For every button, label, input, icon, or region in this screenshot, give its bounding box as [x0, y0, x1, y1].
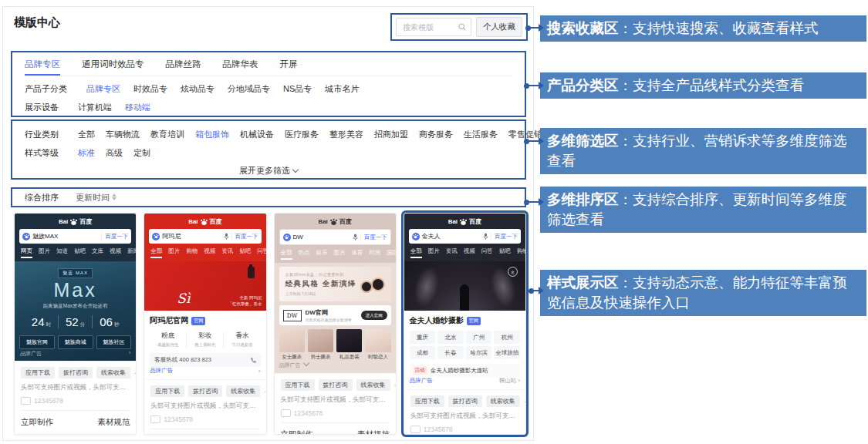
- product-line-tab[interactable]: 品牌专区: [25, 59, 60, 76]
- capability-tag[interactable]: 线索收集: [486, 395, 520, 407]
- material-spec-link[interactable]: 素材规范: [357, 429, 390, 435]
- capability-tag[interactable]: 线索收集: [356, 379, 390, 391]
- level-item[interactable]: 标准: [78, 147, 95, 159]
- site-title[interactable]: 金夫人婚纱摄影: [410, 315, 464, 326]
- microphone-icon[interactable]: [353, 234, 358, 240]
- product-thumb[interactable]: 时髦恋人: [365, 329, 390, 361]
- result-tab[interactable]: 体育: [352, 249, 363, 260]
- sub-category-item[interactable]: 分地域品专: [228, 83, 270, 95]
- sub-category-item[interactable]: 城市名片: [325, 83, 359, 95]
- meizu-link-button[interactable]: 魅族官网: [19, 335, 55, 349]
- city-item[interactable]: 重庆: [410, 331, 436, 344]
- result-tab[interactable]: 贴吧: [499, 247, 511, 258]
- create-now-button[interactable]: 立即制作: [281, 429, 313, 435]
- product-column[interactable]: 粉底卓越贴合性: [150, 331, 186, 348]
- level-item[interactable]: 定制: [133, 147, 150, 159]
- product-column[interactable]: 香水节日遇新香: [223, 331, 260, 348]
- more-tags-icon[interactable]: ···: [134, 369, 137, 377]
- city-item[interactable]: 广州: [466, 331, 492, 344]
- city-item[interactable]: 北京: [437, 331, 464, 344]
- industry-item[interactable]: 教育培训: [150, 129, 184, 140]
- city-item[interactable]: 杭州: [494, 331, 520, 344]
- result-tab[interactable]: 贴吧: [239, 247, 251, 258]
- city-item[interactable]: 哈尔滨: [466, 346, 492, 359]
- capability-tag[interactable]: 拨打咨询: [59, 367, 93, 378]
- baidu-go-button[interactable]: 百度一下: [231, 233, 258, 240]
- sort-option-updated[interactable]: 更新时间: [76, 192, 117, 204]
- result-tab[interactable]: 问答: [481, 247, 493, 258]
- template-card-armani[interactable]: Bai百度 阿玛尼 百度一下 全部图片购物视频资讯贴吧问答 Sì 全新 阿玛尼「…: [144, 213, 266, 435]
- capability-tag[interactable]: 应用下载: [150, 385, 184, 397]
- more-tags-icon[interactable]: ···: [524, 398, 526, 405]
- result-tab[interactable]: 图片: [168, 247, 180, 258]
- capability-tag[interactable]: 应用下载: [410, 395, 444, 407]
- result-tab[interactable]: 视频: [110, 247, 121, 258]
- level-item[interactable]: 高级: [106, 147, 123, 159]
- industry-item[interactable]: 生活服务: [464, 129, 498, 140]
- industry-item[interactable]: 箱包服饰: [195, 129, 229, 140]
- result-tab[interactable]: 热点: [299, 249, 310, 260]
- capability-tag[interactable]: 拨打咨询: [188, 385, 222, 397]
- microphone-icon[interactable]: [483, 233, 488, 240]
- meizu-link-button[interactable]: 魅族商城: [58, 335, 93, 349]
- enter-site-button[interactable]: 进入官网: [361, 311, 387, 320]
- hotline-bar[interactable]: 客服热线 400 823 823: [150, 353, 260, 367]
- baidu-go-button[interactable]: 百度一下: [491, 233, 518, 240]
- arrow-right-icon[interactable]: ›: [258, 368, 261, 375]
- search-input-wrap[interactable]: [396, 18, 471, 36]
- more-tags-icon[interactable]: ···: [264, 388, 266, 395]
- activity-row[interactable]: 活动 金夫人婚纱摄影大连站: [410, 364, 520, 377]
- result-tab[interactable]: 国际: [387, 249, 397, 260]
- result-tab[interactable]: 娱乐: [316, 249, 328, 260]
- industry-item[interactable]: 机械设备: [240, 129, 274, 140]
- city-item[interactable]: 成都: [410, 346, 436, 359]
- industry-item[interactable]: 整形美容: [329, 129, 363, 140]
- material-spec-link[interactable]: 素材规范: [97, 417, 130, 428]
- result-tab[interactable]: 图片: [39, 247, 50, 258]
- microphone-icon[interactable]: [224, 233, 229, 240]
- city-item[interactable]: 长春: [437, 346, 464, 359]
- product-thumb[interactable]: 女士腕表: [279, 329, 305, 361]
- template-card-dw[interactable]: Bai百度 DW 百度一下 全部热点娱乐图片体育时尚国际 全新36mm表盘，印记…: [274, 213, 397, 435]
- product-column[interactable]: 彩妆唇上领鲜色: [186, 331, 223, 348]
- dw-site-card[interactable]: DW DW官网经典风格丹麦品牌全新演绎 进入官网: [279, 305, 391, 325]
- industry-item[interactable]: 全部: [78, 129, 95, 140]
- result-tab[interactable]: 问答: [257, 247, 266, 258]
- sub-category-item[interactable]: 品牌专区: [86, 83, 120, 95]
- result-tab[interactable]: 视频: [204, 247, 215, 258]
- device-item[interactable]: 计算机端: [78, 102, 112, 113]
- result-tab[interactable]: 文库: [92, 247, 103, 258]
- site-title[interactable]: 阿玛尼官网: [150, 315, 188, 326]
- industry-item[interactable]: 医疗服务: [285, 129, 319, 140]
- sort-option-comprehensive[interactable]: 综合排序: [25, 192, 59, 204]
- capability-tag[interactable]: 线索收集: [226, 385, 260, 397]
- search-input[interactable]: [401, 22, 458, 32]
- capability-tag[interactable]: 应用下载: [281, 379, 315, 391]
- result-tab[interactable]: 图片: [334, 249, 346, 260]
- sub-category-item[interactable]: 炫动品专: [181, 83, 214, 95]
- personal-favorites-button[interactable]: 个人收藏: [476, 17, 522, 37]
- capability-tag[interactable]: 拨打咨询: [448, 395, 482, 407]
- result-tab[interactable]: 知道: [56, 247, 68, 258]
- result-tab[interactable]: 全部: [150, 247, 162, 258]
- create-now-button[interactable]: 立即制作: [21, 417, 53, 428]
- capability-tag[interactable]: 线索收集: [96, 367, 130, 378]
- result-tab[interactable]: 时尚: [370, 249, 381, 260]
- result-tab[interactable]: 图片: [428, 247, 440, 258]
- baidu-go-button[interactable]: 百度一下: [101, 233, 128, 240]
- baidu-search-bar[interactable]: 金夫人 百度一下: [409, 229, 521, 244]
- result-tab[interactable]: 资讯: [446, 247, 458, 258]
- sub-category-item[interactable]: 时效品专: [133, 83, 167, 95]
- result-tab[interactable]: 购物: [517, 247, 526, 258]
- baidu-search-bar[interactable]: 阿玛尼 百度一下: [149, 229, 261, 244]
- product-thumb[interactable]: 礼品套装: [336, 329, 362, 361]
- industry-item[interactable]: 车辆物流: [106, 129, 140, 140]
- meizu-link-button[interactable]: 魅族社区: [96, 335, 132, 349]
- result-tab[interactable]: 购物: [186, 247, 198, 258]
- result-tab[interactable]: 资讯: [221, 247, 233, 258]
- product-line-tab[interactable]: 开屏: [280, 59, 298, 70]
- product-line-tab[interactable]: 品牌丝路: [166, 59, 201, 70]
- industry-item[interactable]: 商务服务: [419, 129, 453, 140]
- device-item[interactable]: 移动端: [125, 102, 150, 113]
- template-card-jinfuren[interactable]: Bai百度 金夫人 百度一下 全部图片资讯视频问答贴吧购物 金 金夫人婚纱摄影官…: [404, 213, 526, 435]
